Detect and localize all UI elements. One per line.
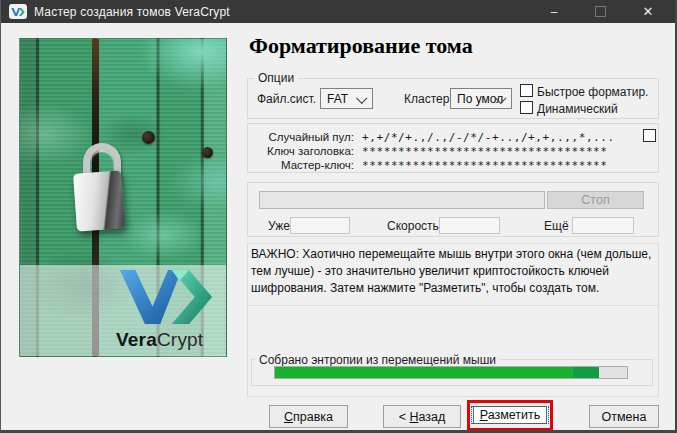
brand-bold: Vera bbox=[116, 329, 157, 350]
dynamic-label: Динамический bbox=[537, 102, 618, 116]
page-title: Форматирование тома bbox=[249, 33, 473, 59]
brand-wordmark: VeraCrypt bbox=[116, 329, 216, 351]
maximize-button bbox=[577, 0, 623, 23]
elapsed-field bbox=[290, 217, 350, 234]
filesystem-dropdown[interactable]: FAT bbox=[320, 88, 373, 109]
cancel-button[interactable]: Отмена bbox=[589, 405, 659, 428]
random-pool-group: Случайный пул: +,+/*/+.,/.,/-/*/-+..,/+,… bbox=[247, 123, 659, 173]
window-title: Мастер создания томов VeraCrypt bbox=[34, 5, 230, 19]
header-key-label: Ключ заголовка: bbox=[252, 145, 354, 158]
cluster-dropdown[interactable]: По умол bbox=[450, 88, 512, 109]
cluster-label: Кластер bbox=[404, 92, 449, 106]
help-rest: правка bbox=[293, 410, 333, 424]
random-pool-value: +,+/*/+.,/.,/-/*/-+..,/+,+,.,,*,... bbox=[362, 131, 615, 144]
pool-row: Мастер-ключ: ***************************… bbox=[252, 159, 608, 172]
padlock-body bbox=[73, 170, 125, 231]
pool-row: Ключ заголовка: ************************… bbox=[252, 145, 608, 158]
chevron-down-icon bbox=[356, 93, 367, 104]
red-annotation-box: Разметить bbox=[467, 400, 553, 431]
important-notice: ВАЖНО: Хаотично перемещайте мышь внутри … bbox=[251, 246, 655, 297]
entropy-group-label: Собрано энтропии из перемещений мыши bbox=[255, 353, 500, 367]
random-pool-label: Случайный пул: bbox=[252, 131, 354, 144]
close-button[interactable]: ✕ bbox=[623, 0, 673, 23]
entropy-group: Собрано энтропии из перемещений мыши bbox=[251, 359, 653, 386]
master-key-value: ********************************** bbox=[362, 159, 608, 172]
format-progress-bar bbox=[259, 191, 545, 209]
format-rest: азметить bbox=[488, 408, 541, 422]
elapsed-label: Уже bbox=[268, 219, 290, 233]
brand-band: VeraCrypt bbox=[20, 265, 226, 356]
door-knot bbox=[142, 131, 155, 144]
options-group: Опции Файл.сист. FAT Кластер По умол Быс… bbox=[247, 78, 659, 119]
remaining-field bbox=[572, 217, 634, 234]
back-rest: азад bbox=[419, 410, 446, 424]
brand-light: Crypt bbox=[157, 329, 203, 350]
dynamic-checkbox[interactable] bbox=[520, 101, 533, 114]
options-group-label: Опции bbox=[254, 71, 298, 85]
filesystem-value: FAT bbox=[327, 92, 348, 106]
titlebar: Мастер создания томов VeraCrypt – ✕ bbox=[1, 0, 675, 23]
quick-format-label: Быстрое форматир. bbox=[537, 85, 648, 99]
entropy-fill bbox=[275, 367, 599, 378]
veracrypt-app-icon bbox=[9, 4, 27, 19]
back-prefix: < bbox=[399, 410, 410, 424]
display-pool-checkbox[interactable] bbox=[643, 129, 656, 142]
back-accel: Н bbox=[409, 410, 418, 424]
help-button[interactable]: Справка bbox=[269, 405, 348, 428]
back-button[interactable]: < Назад bbox=[383, 405, 461, 428]
veracrypt-logo-icon bbox=[11, 7, 25, 17]
help-accel: С bbox=[284, 410, 293, 424]
master-key-label: Мастер-ключ: bbox=[252, 159, 354, 172]
header-key-value: ********************************** bbox=[362, 145, 608, 158]
door-knot bbox=[202, 147, 213, 158]
quick-format-checkbox[interactable] bbox=[520, 84, 533, 97]
veracrypt-wizard-window: Мастер создания томов VeraCrypt – ✕ bbox=[0, 0, 677, 433]
remaining-label: Ещё bbox=[544, 219, 569, 233]
filesystem-label: Файл.сист. bbox=[257, 92, 316, 106]
maximize-icon bbox=[595, 6, 606, 17]
stop-button[interactable]: Стоп bbox=[547, 191, 644, 209]
format-progress-group: Стоп Уже Скорость Ещё bbox=[247, 182, 659, 237]
format-accel: Р bbox=[480, 408, 488, 422]
speed-field bbox=[439, 217, 500, 234]
wizard-image: VeraCrypt bbox=[19, 38, 227, 357]
format-button[interactable]: Разметить bbox=[473, 406, 547, 424]
veracrypt-logo bbox=[118, 268, 214, 330]
minimize-button[interactable]: – bbox=[531, 0, 577, 23]
entropy-progress-bar bbox=[274, 366, 628, 379]
speed-label: Скорость bbox=[387, 219, 439, 233]
cancel-label: Отмена bbox=[602, 410, 647, 424]
panel-divider bbox=[248, 305, 658, 306]
pool-row: Случайный пул: +,+/*/+.,/.,/-/*/-+..,/+,… bbox=[252, 131, 615, 144]
